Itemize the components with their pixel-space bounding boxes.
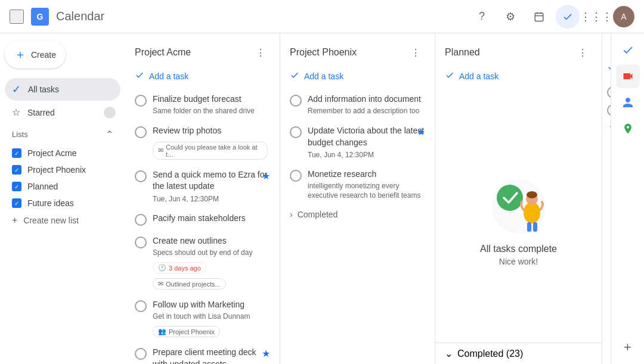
sidebar-item-starred[interactable]: ☆ Starred	[5, 102, 120, 123]
task-subtitle: Get in touch with Lisa Dunnam	[153, 312, 270, 322]
chips-row: 🕐 3 days ago ✉ Outlined projects...	[153, 260, 270, 290]
column-phoenix-header: Project Phoenix ⋮	[280, 33, 435, 67]
task-circle	[135, 348, 147, 360]
right-panel-maps[interactable]	[616, 117, 640, 141]
task-pacify[interactable]: Pacify main stakeholders	[125, 208, 280, 231]
chevron-down-icon: ⌄	[445, 348, 453, 359]
completed-toggle-planned[interactable]: ⌄ Completed (23)	[445, 348, 523, 359]
task-circle	[135, 300, 147, 312]
column-planned-menu[interactable]: ⋮	[573, 43, 592, 62]
task-send-memo[interactable]: Send a quick memo to Ezra for the latest…	[125, 164, 280, 208]
task-content: Finalize budget forecast Same folder on …	[153, 94, 270, 116]
column-acme-menu[interactable]: ⋮	[251, 43, 270, 62]
acme-tasks-scroll[interactable]: Finalize budget forecast Same folder on …	[125, 89, 280, 364]
task-circle	[135, 237, 147, 248]
avatar[interactable]: A	[613, 6, 634, 27]
header-icons: ? ⚙ ⋮⋮⋮ A	[470, 5, 634, 29]
column-phoenix-menu[interactable]: ⋮	[406, 43, 425, 62]
help-button[interactable]: ?	[470, 5, 494, 29]
svg-point-6	[524, 202, 540, 223]
task-chip-email: ✉ Could you please take a look at t...	[153, 142, 268, 160]
task-title: Finalize budget forecast	[153, 94, 270, 105]
task-content: Monetize research intelligently monetizi…	[308, 169, 425, 200]
phoenix-add-task[interactable]: Add a task	[280, 67, 435, 89]
task-follow-up[interactable]: Follow up with Marketing Get in touch wi…	[125, 294, 280, 342]
all-complete-illustration	[483, 165, 555, 237]
column-project-acme: Project Acme ⋮ Add a task Finalize budge…	[125, 33, 280, 364]
task-title: Update Victoria about the latest budget …	[308, 125, 425, 148]
task-date: Tue, Jun 4, 12:30PM	[153, 195, 270, 203]
google-logo: G	[31, 8, 49, 26]
star-icon: ★	[417, 126, 425, 138]
app-header: G Calendar ? ⚙ ⋮⋮⋮ A	[0, 0, 644, 33]
apps-button[interactable]: ⋮⋮⋮	[584, 5, 608, 29]
planned-completed-section[interactable]: ⌄ Completed (23)	[435, 343, 602, 364]
lists-collapse-icon[interactable]: ⌃	[106, 129, 113, 140]
list-item-project-phoenix[interactable]: ✓ Project Phoenix	[5, 161, 120, 178]
right-panel-contacts[interactable]	[616, 91, 640, 114]
tasks-view-button[interactable]	[556, 5, 580, 29]
task-date: Tue, Jun 4, 12:30PM	[308, 151, 425, 159]
completed-label: Completed (23)	[457, 349, 523, 359]
completed-toggle[interactable]: › Completed	[280, 205, 435, 224]
list-item-future-ideas[interactable]: ✓ Future ideas	[5, 195, 120, 211]
right-panel-meet[interactable]	[616, 64, 640, 88]
task-add-info[interactable]: Add information into document Remember t…	[280, 89, 435, 120]
chips-row: 👥 Project Phoenix	[153, 323, 270, 337]
star-icon: ★	[262, 170, 270, 182]
column-planned-title: Planned	[445, 47, 480, 58]
email-icon: ✉	[158, 147, 163, 154]
column-future-header: Futu...	[602, 33, 611, 58]
task-finalize-budget[interactable]: Finalize budget forecast Same folder on …	[125, 89, 280, 120]
task-content: Create new outlines Specs should out by …	[153, 235, 270, 290]
settings-button[interactable]: ⚙	[499, 5, 522, 29]
task-update-victoria[interactable]: Update Victoria about the latest budget …	[280, 120, 435, 164]
create-new-list-button[interactable]: + Create new list	[5, 211, 120, 229]
task-circle	[290, 170, 302, 182]
right-panel-add[interactable]: +	[616, 335, 640, 359]
cursor-indicator	[104, 107, 116, 119]
header-left: G Calendar	[10, 8, 104, 26]
create-list-plus-icon: +	[12, 215, 17, 226]
task-circle	[290, 95, 302, 107]
list-phoenix-label: Project Phoenix	[27, 165, 86, 175]
task-circle	[135, 214, 147, 226]
create-button[interactable]: ＋ Create	[5, 41, 66, 69]
task-content: Update Victoria about the latest budget …	[308, 125, 425, 159]
calendar-view-button[interactable]	[527, 5, 551, 29]
task-subtitle: Same folder on the shared drive	[153, 107, 270, 116]
task-monetize[interactable]: Monetize research intelligently monetizi…	[280, 164, 435, 205]
column-planned: Planned ⋮ Add a task	[435, 33, 602, 364]
task-chip-days: 🕐 3 days ago	[153, 262, 206, 273]
task-content: Review trip photos ✉ Could you please ta…	[153, 125, 270, 160]
task-content: Pacify main stakeholders	[153, 213, 270, 225]
sidebar-item-all-tasks[interactable]: ✓ All tasks	[5, 78, 120, 101]
phoenix-add-label: Add a task	[304, 71, 343, 81]
phoenix-tasks-scroll[interactable]: Add information into document Remember t…	[280, 89, 435, 364]
planned-add-task[interactable]: Add a task	[435, 67, 602, 89]
acme-add-icon	[135, 70, 144, 82]
create-list-label: Create new list	[23, 216, 79, 225]
main-content: ＋ Create ✓ All tasks ☆ Starred Lists ⌃ ✓…	[0, 33, 644, 364]
list-item-project-acme[interactable]: ✓ Project Acme	[5, 145, 120, 161]
list-checkbox-acme: ✓	[12, 148, 21, 158]
task-circle	[135, 126, 147, 138]
list-item-planned[interactable]: ✓ Planned	[5, 178, 120, 195]
task-title: Add information into document	[308, 94, 425, 105]
chip-label: Could you please take a look at t...	[166, 144, 262, 158]
all-tasks-icon: ✓	[12, 83, 21, 96]
task-chip-project: 👥 Project Phoenix	[153, 326, 220, 337]
task-prepare-deck[interactable]: Prepare client meeting deck with updated…	[125, 342, 280, 364]
task-review-trip[interactable]: Review trip photos ✉ Could you please ta…	[125, 120, 280, 164]
list-future-label: Future ideas	[27, 198, 74, 208]
column-phoenix-title: Project Phoenix	[290, 47, 357, 58]
menu-button[interactable]	[10, 10, 24, 24]
right-panel-tasks[interactable]	[616, 38, 640, 62]
task-create-outlines[interactable]: Create new outlines Specs should out by …	[125, 231, 280, 294]
task-subtitle: Specs should out by end of day	[153, 248, 270, 258]
task-title: Send a quick memo to Ezra for the latest…	[153, 169, 270, 192]
chip-label: Project Phoenix	[169, 328, 215, 335]
svg-point-5	[497, 185, 523, 211]
acme-add-task[interactable]: Add a task	[125, 67, 280, 89]
future-add-task-row[interactable]	[602, 58, 611, 80]
